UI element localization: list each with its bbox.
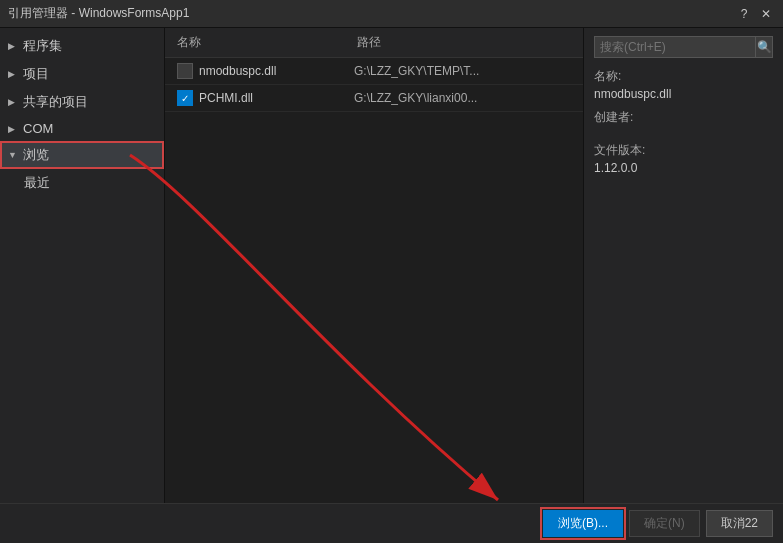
title-bar: 引用管理器 - WindowsFormsApp1 ? ✕ (0, 0, 783, 28)
window-title: 引用管理器 - WindowsFormsApp1 (8, 5, 189, 22)
cell-name: PCHMI.dll (199, 91, 354, 105)
sidebar-item-project[interactable]: 项目 (0, 60, 164, 88)
arrow-right-icon (8, 41, 18, 51)
content-area: 名称 路径 nmodbuspc.dll G:\LZZ_GKY\TEMP\T...… (165, 28, 583, 543)
row-checkbox-checked[interactable]: ✓ (177, 90, 193, 106)
row-checkbox[interactable] (177, 63, 193, 79)
search-input[interactable] (594, 36, 756, 58)
info-section: 名称: nmodbuspc.dll 创建者: 文件版本: 1.12.0.0 (594, 68, 773, 175)
search-button[interactable]: 🔍 (756, 36, 773, 58)
info-name-value: nmodbuspc.dll (594, 87, 773, 101)
col-name-header: 名称 (177, 34, 357, 51)
sidebar-item-label: 项目 (23, 65, 49, 83)
cell-name: nmodbuspc.dll (199, 64, 354, 78)
arrow-right-icon (8, 69, 18, 79)
sidebar-item-browse[interactable]: 浏览 (0, 141, 164, 169)
help-button[interactable]: ? (735, 5, 753, 23)
table-body: nmodbuspc.dll G:\LZZ_GKY\TEMP\T... ✓ PCH… (165, 58, 583, 543)
sidebar-item-label: COM (23, 121, 53, 136)
sidebar-item-com[interactable]: COM (0, 116, 164, 141)
cancel-button[interactable]: 取消22 (706, 510, 773, 537)
info-name-label: 名称: (594, 68, 773, 85)
arrow-right-icon (8, 97, 18, 107)
cell-path: G:\LZZ_GKY\lianxi00... (354, 91, 571, 105)
sidebar-item-assemblies[interactable]: 程序集 (0, 32, 164, 60)
sidebar-item-label: 共享的项目 (23, 93, 88, 111)
sidebar-item-label: 浏览 (23, 146, 49, 164)
main-container: 程序集 项目 共享的项目 COM 浏览 最近 名称 路径 (0, 28, 783, 543)
cell-path: G:\LZZ_GKY\TEMP\T... (354, 64, 571, 78)
sidebar-item-label: 程序集 (23, 37, 62, 55)
sidebar-item-label: 最近 (24, 174, 50, 192)
info-version-value: 1.12.0.0 (594, 161, 773, 175)
sidebar: 程序集 项目 共享的项目 COM 浏览 最近 (0, 28, 165, 543)
confirm-button[interactable]: 确定(N) (629, 510, 700, 537)
arrow-down-icon (8, 150, 18, 160)
table-row[interactable]: ✓ PCHMI.dll G:\LZZ_GKY\lianxi00... (165, 85, 583, 112)
title-bar-controls: ? ✕ (735, 5, 775, 23)
bottom-bar: 浏览(B)... 确定(N) 取消22 (0, 503, 783, 543)
info-creator-label: 创建者: (594, 109, 773, 126)
col-path-header: 路径 (357, 34, 571, 51)
right-panel: 🔍 名称: nmodbuspc.dll 创建者: 文件版本: 1.12.0.0 (583, 28, 783, 543)
browse-button[interactable]: 浏览(B)... (543, 510, 623, 537)
info-version-label: 文件版本: (594, 142, 773, 159)
sidebar-item-recent[interactable]: 最近 (0, 169, 164, 197)
sidebar-item-shared[interactable]: 共享的项目 (0, 88, 164, 116)
table-header: 名称 路径 (165, 28, 583, 58)
arrow-right-icon (8, 124, 18, 134)
search-box: 🔍 (594, 36, 773, 58)
table-row[interactable]: nmodbuspc.dll G:\LZZ_GKY\TEMP\T... (165, 58, 583, 85)
close-button[interactable]: ✕ (757, 5, 775, 23)
